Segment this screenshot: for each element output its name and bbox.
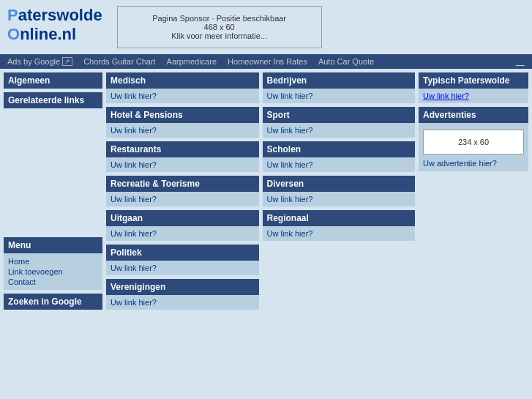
cat-verenigingen-content: Uw link hier? xyxy=(106,295,259,310)
menu-contact[interactable]: Contact xyxy=(8,277,98,287)
logo-p: P xyxy=(7,6,18,24)
sponsor-box[interactable]: Pagina Sponsor · Positie beschikbaar 468… xyxy=(117,6,322,48)
cat-verenigingen: Verenigingen Uw link hier? xyxy=(106,279,259,310)
sidebar-menu: Menu Home Link toevoegen Contact xyxy=(4,237,102,290)
ads-by-google: Ads by Google ↗ xyxy=(7,57,72,66)
advertenties-section: Advertenties 234 x 60 Uw advertentie hie… xyxy=(419,107,528,171)
adbar-link-4[interactable]: Auto Car Quote xyxy=(318,57,374,66)
advertenties-content: 234 x 60 Uw advertentie hier? xyxy=(419,123,528,171)
cat-sport: Sport Uw link hier? xyxy=(263,107,416,138)
ads-label: Ads by Google xyxy=(7,57,60,66)
cat-diversen-title: Diversen xyxy=(263,176,416,192)
ad-separator: __ xyxy=(516,57,525,66)
cat-restaurants-link[interactable]: Uw link hier? xyxy=(110,160,157,169)
typisch-link[interactable]: Uw link hier? xyxy=(423,92,469,100)
cat-hotel-title: Hotel & Pensions xyxy=(106,107,259,123)
cat-medisch-link[interactable]: Uw link hier? xyxy=(110,92,157,100)
sidebar-zoeken: Zoeken in Google xyxy=(4,294,102,310)
sidebar-zoeken-title: Zoeken in Google xyxy=(4,294,102,310)
cat-diversen-link[interactable]: Uw link hier? xyxy=(267,195,313,204)
cat-scholen-link[interactable]: Uw link hier? xyxy=(267,160,313,169)
sidebar-menu-title: Menu xyxy=(4,237,102,253)
cat-restaurants-title: Restaurants xyxy=(106,141,259,157)
cat-recreatie-title: Recreatie & Toerisme xyxy=(106,176,259,192)
cat-restaurants: Restaurants Uw link hier? xyxy=(106,141,259,172)
logo-line2: Online.nl xyxy=(7,25,102,44)
top-row: Medisch Uw link hier? Bedrijven Uw link … xyxy=(106,72,415,103)
adbar-link-2[interactable]: Aarpmedicare xyxy=(167,57,217,66)
cat-bedrijven: Bedrijven Uw link hier? xyxy=(263,72,416,103)
cat-politiek-link[interactable]: Uw link hier? xyxy=(110,264,157,272)
cat-medisch: Medisch Uw link hier? xyxy=(106,72,259,103)
sponsor-line1: Pagina Sponsor · Positie beschikbaar xyxy=(132,14,307,23)
sidebar-gerelateerde-title: Gerelateerde links xyxy=(4,92,102,108)
logo: PPaterswoldeaterswolde Online.nl xyxy=(7,6,102,45)
recreatie-diversen-row: Recreatie & Toerisme Uw link hier? Diver… xyxy=(106,176,415,206)
cat-uitgaan-link[interactable]: Uw link hier? xyxy=(110,229,157,238)
cat-hotel: Hotel & Pensions Uw link hier? xyxy=(106,107,259,138)
cat-scholen-title: Scholen xyxy=(263,141,416,157)
cat-politiek: Politiek Uw link hier? xyxy=(106,245,259,275)
ads-icon: ↗ xyxy=(62,57,72,66)
cat-regionaal-title: Regionaal xyxy=(263,210,416,226)
cat-bedrijven-title: Bedrijven xyxy=(263,72,416,89)
cat-uitgaan-title: Uitgaan xyxy=(106,210,259,226)
center-content: Medisch Uw link hier? Bedrijven Uw link … xyxy=(106,72,415,310)
logo-o: O xyxy=(7,25,20,43)
cat-sport-title: Sport xyxy=(263,107,416,123)
sidebar-algemeen: Algemeen xyxy=(4,72,102,89)
adbar-link-1[interactable]: Chords Guitar Chart xyxy=(83,57,155,66)
menu-link-toevoegen[interactable]: Link toevoegen xyxy=(8,266,98,277)
right-sidebar: Typisch Paterswolde Uw link hier? Advert… xyxy=(419,72,528,310)
sponsor-line3: Klik voor meer informatie... xyxy=(132,31,307,40)
cat-uitgaan: Uitgaan Uw link hier? xyxy=(106,210,259,241)
header: PPaterswoldeaterswolde Online.nl Pagina … xyxy=(0,0,532,54)
uitgaan-regionaal-row: Uitgaan Uw link hier? Regionaal Uw link … xyxy=(106,210,415,241)
advertenties-title: Advertenties xyxy=(419,107,528,123)
cat-bedrijven-link[interactable]: Uw link hier? xyxy=(267,92,313,100)
logo-line1: PPaterswoldeaterswolde xyxy=(7,6,102,25)
cat-hotel-content: Uw link hier? xyxy=(106,123,259,138)
cat-verenigingen-title: Verenigingen xyxy=(106,279,259,295)
sidebar-menu-content: Home Link toevoegen Contact xyxy=(4,253,102,290)
cat-regionaal-link[interactable]: Uw link hier? xyxy=(267,229,313,238)
cat-regionaal: Regionaal Uw link hier? xyxy=(263,210,416,241)
cat-verenigingen-link[interactable]: Uw link hier? xyxy=(110,298,157,307)
hotel-sport-row: Hotel & Pensions Uw link hier? Sport Uw … xyxy=(106,107,415,138)
advertenties-box-text: 234 x 60 xyxy=(458,138,489,146)
adbar-link-3[interactable]: Homeowner Ins Rates xyxy=(228,57,307,66)
cat-scholen-content: Uw link hier? xyxy=(263,157,416,172)
sidebar: Algemeen Gerelateerde links Menu Home Li… xyxy=(4,72,102,310)
verenigingen-row: Verenigingen Uw link hier? xyxy=(106,279,415,310)
sidebar-spacer xyxy=(4,112,102,234)
cat-medisch-title: Medisch xyxy=(106,72,259,89)
cat-scholen: Scholen Uw link hier? xyxy=(263,141,416,172)
cat-sport-content: Uw link hier? xyxy=(263,123,416,138)
menu-home[interactable]: Home xyxy=(8,256,98,266)
cat-uitgaan-content: Uw link hier? xyxy=(106,226,259,241)
cat-hotel-link[interactable]: Uw link hier? xyxy=(110,126,157,135)
cat-regionaal-content: Uw link hier? xyxy=(263,226,416,241)
advertenties-link[interactable]: Uw advertentie hier? xyxy=(423,159,497,168)
sponsor-line2: 468 x 60 xyxy=(132,23,307,31)
cat-sport-link[interactable]: Uw link hier? xyxy=(267,126,313,135)
main-layout: Algemeen Gerelateerde links Menu Home Li… xyxy=(0,69,532,313)
cat-diversen: Diversen Uw link hier? xyxy=(263,176,416,206)
ad-bar: Ads by Google ↗ Chords Guitar Chart Aarp… xyxy=(0,54,532,69)
typisch-content: Uw link hier? xyxy=(419,89,528,103)
cat-diversen-content: Uw link hier? xyxy=(263,192,416,206)
typisch-title: Typisch Paterswolde xyxy=(419,72,528,89)
typisch-block: Typisch Paterswolde Uw link hier? xyxy=(419,72,528,103)
cat-politiek-content: Uw link hier? xyxy=(106,261,259,275)
advertenties-box: 234 x 60 xyxy=(423,130,524,154)
sidebar-gerelateerde: Gerelateerde links xyxy=(4,92,102,108)
cat-recreatie-content: Uw link hier? xyxy=(106,192,259,206)
cat-bedrijven-content: Uw link hier? xyxy=(263,89,416,103)
cat-recreatie: Recreatie & Toerisme Uw link hier? xyxy=(106,176,259,206)
sidebar-algemeen-title: Algemeen xyxy=(4,72,102,89)
cat-politiek-title: Politiek xyxy=(106,245,259,261)
restaurants-scholen-row: Restaurants Uw link hier? Scholen Uw lin… xyxy=(106,141,415,172)
politiek-row: Politiek Uw link hier? xyxy=(106,245,415,275)
cat-recreatie-link[interactable]: Uw link hier? xyxy=(110,195,157,204)
cat-medisch-content: Uw link hier? xyxy=(106,89,259,103)
